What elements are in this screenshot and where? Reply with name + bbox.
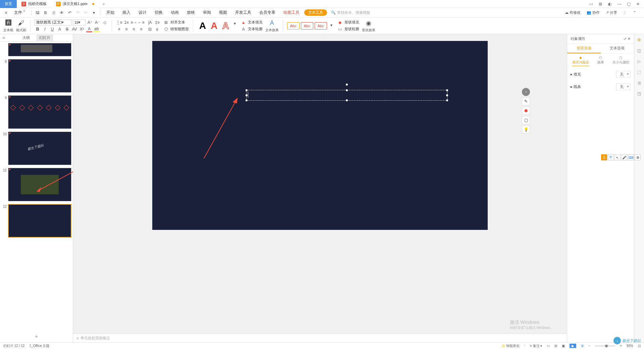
undo-icon[interactable]: ↶ (66, 9, 73, 16)
effect-subtab[interactable]: ⬠效果 (597, 56, 604, 66)
bold-icon[interactable]: B (35, 26, 41, 32)
float-fill-icon[interactable]: ⬢ (522, 107, 530, 115)
shape-style-2[interactable]: Abc (301, 22, 313, 30)
close-icon[interactable]: ✕ (635, 1, 641, 7)
bullets-icon[interactable]: ⋮≡ (116, 19, 122, 26)
fill-select[interactable]: 无 (616, 71, 631, 78)
print-icon[interactable]: ⎙ (50, 9, 57, 16)
dropdown-icon[interactable]: ▾ (91, 9, 97, 16)
resize-handle[interactable] (246, 99, 248, 101)
smartart-label[interactable]: 转智能图形 (170, 27, 189, 32)
wordart-more-icon[interactable]: ▾ (232, 20, 238, 27)
align-left-icon[interactable]: ≡ (116, 26, 122, 32)
resize-handle[interactable] (446, 99, 448, 101)
menu-design[interactable]: 设计 (135, 10, 150, 15)
collapse-panel-icon[interactable]: ≪ (2, 36, 5, 40)
decrease-font-icon[interactable]: A⁻ (94, 19, 100, 26)
rail-select-icon[interactable]: ⬚ (636, 69, 642, 75)
columns-icon[interactable]: ⫼ (154, 26, 160, 32)
share-button[interactable]: ↗分享 (604, 10, 619, 15)
ime-logo-icon[interactable]: S (601, 154, 607, 160)
align-center-icon[interactable]: ≡ (123, 26, 129, 32)
direction-icon[interactable]: |A (147, 19, 153, 26)
line-spacing-icon[interactable]: ‡≡ (154, 19, 160, 26)
clear-format-icon[interactable]: ◇ (102, 19, 108, 26)
shape-options-tab[interactable]: 形状选项 (567, 44, 601, 53)
spacing-icon[interactable]: AV (71, 26, 77, 32)
dec-indent-icon[interactable]: ←≡ (138, 19, 144, 26)
rail-location-icon[interactable]: ◎ (636, 80, 642, 86)
text-options-tab[interactable]: 文本选项 (601, 44, 634, 53)
valign-icon[interactable]: ⊟ (147, 26, 153, 32)
saveas-icon[interactable]: 🗎 (42, 9, 49, 16)
add-slide-button[interactable]: + (0, 331, 73, 342)
shape-fill-icon[interactable]: ◆ (337, 19, 343, 26)
menu-review[interactable]: 审阅 (200, 10, 214, 15)
zoom-slider[interactable] (595, 346, 615, 346)
shadow-icon[interactable]: A (57, 26, 63, 32)
format-painter-group[interactable]: 🖌格式刷 (16, 19, 26, 33)
notes-bar[interactable]: ≡ 单击此处添加备注 (73, 334, 567, 342)
hamburger-icon[interactable]: ≡ (3, 9, 9, 16)
rail-settings-icon[interactable]: ⚙ (636, 37, 642, 43)
italic-icon[interactable]: I (42, 26, 48, 32)
wordart-style-2[interactable]: A (209, 20, 219, 31)
cut-icon[interactable]: ✂ (83, 9, 89, 16)
zoom-in-icon[interactable]: + (620, 344, 622, 348)
ime-keyboard-icon[interactable]: ⌨ (628, 154, 634, 160)
smartart-icon[interactable]: ⬡ (163, 26, 169, 32)
outline-tab[interactable]: 大纲 (20, 35, 33, 41)
menu-text-tools[interactable]: 文本工具 (304, 9, 327, 16)
inc-indent-icon[interactable]: ≡→ (131, 19, 137, 26)
script-icon[interactable]: X² (79, 26, 85, 32)
line-select[interactable]: 无 (616, 83, 631, 90)
save-icon[interactable]: 🖫 (34, 9, 41, 16)
wordart-style-3[interactable]: A (220, 20, 231, 31)
font-size-select[interactable]: 18 ▾ (73, 19, 86, 26)
close-panel-icon[interactable]: ✕ (628, 37, 631, 41)
rail-animate-icon[interactable]: ▷ (636, 58, 642, 64)
float-tip-icon[interactable]: 💡 (522, 126, 530, 134)
tab-home[interactable]: 首页 (0, 0, 17, 8)
textbox-group[interactable]: 🅰文本框 (3, 19, 13, 33)
collab-button[interactable]: 👥协作 (585, 10, 602, 15)
align-text-icon[interactable]: ⊞ (163, 19, 169, 26)
file-menu[interactable]: 文件 ˅ (11, 9, 29, 16)
rail-style-icon[interactable]: ◫ (636, 48, 642, 54)
text-outline-icon[interactable]: A (240, 26, 247, 32)
text-effect-group[interactable]: A文本效果 (265, 19, 279, 33)
slides-tab[interactable]: 幻灯片 (37, 35, 53, 41)
canvas-viewport[interactable]: − ✎ ⬢ ▢ 💡 (73, 34, 567, 334)
align-justify-icon[interactable]: ≡ (138, 26, 144, 32)
menu-member[interactable]: 会员专享 (256, 10, 279, 15)
resize-handle[interactable] (446, 94, 448, 96)
float-minus-icon[interactable]: − (522, 88, 530, 96)
resize-handle[interactable] (446, 89, 448, 91)
shape-effect-group[interactable]: ◉形状效果 (362, 19, 375, 33)
skin-icon[interactable]: ◐ (607, 1, 612, 7)
menu-devtools[interactable]: 开发工具 (232, 10, 255, 15)
shape-style-1[interactable]: Abc (287, 22, 300, 30)
align-right-icon[interactable]: ≡ (131, 26, 137, 32)
underline-icon[interactable]: U (49, 26, 55, 32)
fit-icon[interactable]: ⊡ (638, 344, 641, 348)
tab-document[interactable]: P演示文稿1.pptx (51, 0, 99, 8)
changes-status[interactable]: ☁有修改 (563, 10, 583, 15)
menu-drawing-tools[interactable]: 绘图工具 (280, 10, 303, 15)
more-icon[interactable]: ⋮ (621, 10, 629, 15)
font-name-select[interactable]: 微软雅黑 (正文) ▾ (35, 19, 71, 26)
menu-start[interactable]: 开始 (103, 10, 118, 15)
maximize-icon[interactable]: ▢ (626, 1, 631, 7)
pin-icon[interactable]: ⤢ (624, 37, 627, 41)
view-web-icon[interactable]: ⊕ (581, 344, 584, 348)
shape-more-icon[interactable]: ▾ (328, 22, 334, 28)
align-text-label[interactable]: 对齐文本 (170, 20, 185, 25)
highlight-icon[interactable]: ab (94, 26, 100, 32)
rotate-handle[interactable] (346, 84, 348, 86)
float-pen-icon[interactable]: ✎ (522, 97, 530, 105)
float-layout-icon[interactable]: ▢ (522, 116, 530, 124)
text-box-selection[interactable] (246, 90, 447, 101)
rail-clip-icon[interactable]: ◳ (636, 91, 642, 97)
ime-lang-icon[interactable]: 中 (608, 154, 614, 160)
ime-mic-icon[interactable]: 🎤 (621, 154, 627, 160)
